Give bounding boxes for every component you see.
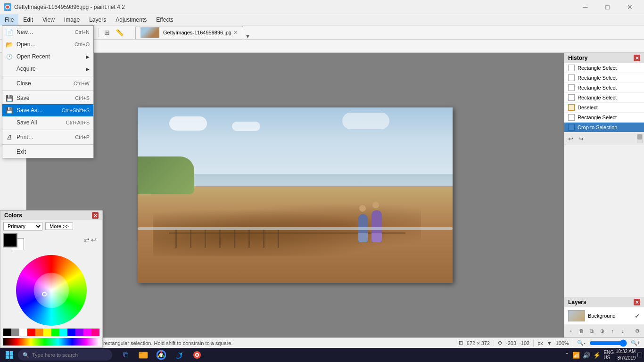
network-icon[interactable]: 📶 bbox=[572, 352, 580, 359]
layer-background[interactable]: Background ✓ bbox=[564, 307, 644, 325]
menu-image[interactable]: Image bbox=[59, 14, 84, 25]
more-button[interactable]: More >> bbox=[45, 222, 73, 230]
menu-edit[interactable]: Edit bbox=[18, 14, 38, 25]
minimize-button[interactable]: ─ bbox=[575, 0, 596, 14]
preset-violet[interactable] bbox=[75, 329, 83, 336]
menu-file[interactable]: File bbox=[0, 14, 18, 25]
preset-orange[interactable] bbox=[35, 329, 43, 336]
foreground-color-swatch[interactable] bbox=[3, 233, 17, 247]
acquire-arrow: ▶ bbox=[86, 66, 90, 72]
menu-item-new[interactable]: 📄 New… Ctrl+N bbox=[2, 26, 93, 38]
close-button[interactable]: ✕ bbox=[619, 0, 640, 14]
color-wheel-cursor[interactable] bbox=[42, 292, 47, 296]
menu-item-print[interactable]: 🖨 Print… Ctrl+P bbox=[2, 131, 93, 143]
menu-view[interactable]: View bbox=[38, 14, 59, 25]
menu-item-open-recent[interactable]: 🕐 Open Recent ▶ bbox=[2, 50, 93, 63]
tb-grid[interactable]: ⊞ bbox=[101, 27, 113, 38]
taskbar-edge[interactable] bbox=[171, 348, 188, 362]
history-item-deselect[interactable]: Deselect bbox=[564, 103, 644, 113]
clock-date: 8/7/2019 bbox=[616, 355, 636, 362]
history-item-label: Rectangle Select bbox=[578, 65, 617, 71]
history-close-button[interactable]: ✕ bbox=[634, 55, 640, 61]
menu-item-close[interactable]: Close Ctrl+W bbox=[2, 77, 93, 90]
history-item[interactable]: Rectangle Select bbox=[564, 93, 644, 103]
preset-cyan[interactable] bbox=[59, 329, 67, 336]
layers-close-button[interactable]: ✕ bbox=[634, 299, 640, 305]
status-coords-icon: ⊕ bbox=[498, 340, 502, 346]
layer-visibility-check[interactable]: ✓ bbox=[635, 312, 640, 320]
menu-layers[interactable]: Layers bbox=[84, 14, 111, 25]
history-item[interactable]: Rectangle Select bbox=[564, 83, 644, 93]
taskbar-clock[interactable]: 10:32 AM 8/7/2019 bbox=[616, 348, 636, 362]
history-undo-button[interactable]: ↩ bbox=[566, 134, 575, 143]
menu-effects[interactable]: Effects bbox=[151, 14, 178, 25]
history-item[interactable]: Rectangle Select bbox=[564, 73, 644, 83]
layer-add-button[interactable]: + bbox=[566, 326, 576, 336]
clock-time: 10:32 AM bbox=[616, 348, 636, 355]
tb-ruler[interactable]: 📏 bbox=[114, 27, 125, 38]
preset-blue[interactable] bbox=[67, 329, 75, 336]
history-item[interactable]: Rectangle Select bbox=[564, 113, 644, 123]
colors-title: Colors bbox=[4, 212, 22, 219]
color-wheel[interactable] bbox=[16, 255, 87, 326]
primary-secondary-select[interactable]: Primary Secondary bbox=[3, 222, 42, 230]
start-button[interactable] bbox=[2, 348, 17, 362]
preset-magenta[interactable] bbox=[83, 329, 91, 336]
power-icon[interactable]: ⚡ bbox=[593, 352, 601, 359]
maximize-button[interactable]: □ bbox=[597, 0, 618, 14]
zoom-in-icon[interactable]: 🔍+ bbox=[631, 340, 640, 346]
history-item[interactable]: Rectangle Select bbox=[564, 63, 644, 73]
layer-settings-button[interactable]: ⚙ bbox=[633, 326, 642, 336]
reset-colors-button[interactable]: ↩ bbox=[91, 236, 97, 244]
history-scrollbar[interactable] bbox=[637, 134, 643, 143]
preset-green[interactable] bbox=[51, 329, 59, 336]
color-gradient-bar[interactable] bbox=[3, 338, 99, 346]
save-all-label: Save All bbox=[17, 119, 37, 126]
preset-pink[interactable] bbox=[91, 329, 99, 336]
taskbar-taskview[interactable]: ⧉ bbox=[117, 348, 134, 362]
zoom-slider[interactable] bbox=[589, 339, 627, 347]
menu-separator-4 bbox=[2, 144, 93, 145]
menu-item-save-all[interactable]: Save All Ctrl+Alt+S bbox=[2, 116, 93, 129]
menu-adjustments[interactable]: Adjustments bbox=[111, 14, 151, 25]
zoom-out-icon[interactable]: 🔍- bbox=[577, 340, 586, 346]
taskbar-chrome[interactable] bbox=[153, 348, 170, 362]
status-dimensions-icon: ⊞ bbox=[459, 340, 463, 346]
tab-dropdown-arrow[interactable]: ▼ bbox=[245, 33, 250, 39]
layer-delete-button[interactable]: 🗑 bbox=[577, 326, 586, 336]
history-list[interactable]: Rectangle Select Rectangle Select Rectan… bbox=[564, 63, 644, 132]
menu-item-open[interactable]: 📂 Open… Ctrl+O bbox=[2, 38, 93, 50]
preset-white[interactable] bbox=[19, 329, 27, 336]
print-icon: 🖨 bbox=[5, 133, 14, 141]
menu-item-save-as[interactable]: 💾 Save As… Ctrl+Shift+S bbox=[2, 104, 93, 116]
taskbar-up-arrow[interactable]: ⌃ bbox=[564, 352, 570, 359]
history-item-crop[interactable]: Crop to Selection bbox=[564, 123, 644, 132]
history-redo-button[interactable]: ↪ bbox=[576, 134, 586, 143]
notification-icon[interactable]: □ bbox=[637, 351, 642, 359]
volume-icon[interactable]: 🔊 bbox=[583, 352, 590, 359]
layers-panel-header[interactable]: Layers ✕ bbox=[564, 297, 644, 307]
preset-black[interactable] bbox=[3, 329, 11, 336]
open-icon: 📂 bbox=[5, 40, 14, 49]
layer-up-button[interactable]: ↑ bbox=[608, 326, 617, 336]
start-icon bbox=[6, 351, 13, 359]
close-shortcut: Ctrl+W bbox=[74, 81, 90, 86]
layer-duplicate-button[interactable]: ⧉ bbox=[587, 326, 596, 336]
menu-item-exit[interactable]: Exit bbox=[2, 146, 93, 158]
menu-item-save[interactable]: 💾 Save Ctrl+S bbox=[2, 92, 93, 104]
taskbar-search[interactable]: 🔍 Type here to search bbox=[18, 349, 112, 361]
menu-item-acquire[interactable]: Acquire ▶ bbox=[2, 63, 93, 75]
tab-close-icon[interactable]: ✕ bbox=[233, 29, 238, 36]
colors-close-button[interactable]: ✕ bbox=[92, 212, 99, 219]
preset-yellow[interactable] bbox=[43, 329, 51, 336]
taskbar-paintnet[interactable] bbox=[189, 348, 206, 362]
layer-merge-button[interactable]: ⊕ bbox=[597, 326, 607, 336]
layer-down-button[interactable]: ↓ bbox=[618, 326, 627, 336]
taskbar-explorer[interactable] bbox=[135, 348, 152, 362]
preset-gray[interactable] bbox=[11, 329, 19, 336]
swap-colors-button[interactable]: ⇄ bbox=[84, 236, 90, 244]
history-item-label: Rectangle Select bbox=[578, 85, 617, 90]
image-tab[interactable]: GettyImages-1164959896.jpg ✕ bbox=[135, 26, 243, 39]
history-panel-header[interactable]: History ✕ bbox=[564, 53, 644, 63]
preset-red[interactable] bbox=[27, 329, 35, 336]
